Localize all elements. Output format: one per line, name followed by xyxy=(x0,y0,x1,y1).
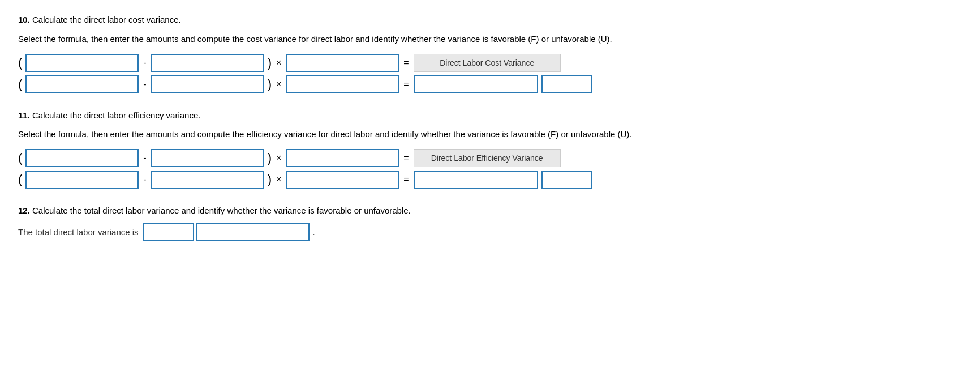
question-10-formula: ( - ) × = Direct Labor Cost Variance ( -… xyxy=(18,54,962,93)
question-11-number: 11. xyxy=(18,110,30,120)
close-paren-3: ) xyxy=(268,152,272,164)
question-11-formula-row1: ( - ) × = Direct Labor Efficiency Varian… xyxy=(18,149,962,167)
question-12-title: 12. Calculate the total direct labor var… xyxy=(18,204,962,218)
q10-val2[interactable] xyxy=(151,75,264,93)
q12-total-val[interactable] xyxy=(143,223,194,241)
times-1: × xyxy=(275,58,282,68)
minus-3: - xyxy=(142,153,147,163)
question-10-text: Calculate the direct labor cost variance… xyxy=(32,15,181,24)
question-12-text: Calculate the total direct labor varianc… xyxy=(32,206,411,215)
question-12-total-row: The total direct labor variance is . xyxy=(18,223,962,241)
q11-val2[interactable] xyxy=(151,171,264,189)
question-11-instructions: Select the formula, then enter the amoun… xyxy=(18,127,962,141)
question-10-formula-row1: ( - ) × = Direct Labor Cost Variance xyxy=(18,54,962,72)
close-paren-4: ) xyxy=(268,173,272,186)
q11-result-val[interactable] xyxy=(414,171,538,189)
question-10-number: 10. xyxy=(18,15,30,24)
close-paren-2: ) xyxy=(268,78,272,91)
equals-3: = xyxy=(402,153,410,163)
open-paren-3: ( xyxy=(18,152,22,164)
equals-1: = xyxy=(402,58,410,68)
question-10-formula-row2: ( - ) × = xyxy=(18,75,962,93)
q10-val3[interactable] xyxy=(286,75,399,93)
times-2: × xyxy=(275,79,282,90)
minus-4: - xyxy=(142,174,147,185)
equals-4: = xyxy=(402,174,410,185)
question-11-text: Calculate the direct labor efficiency va… xyxy=(32,110,200,120)
q11-result-label: Direct Labor Efficiency Variance xyxy=(414,149,561,167)
open-paren-1: ( xyxy=(18,57,22,69)
total-label: The total direct labor variance is xyxy=(18,227,139,237)
q10-result-label: Direct Labor Cost Variance xyxy=(414,54,561,72)
times-4: × xyxy=(275,174,282,185)
q12-total-desc[interactable] xyxy=(196,223,310,241)
question-10: 10. Calculate the direct labor cost vari… xyxy=(18,14,962,93)
open-paren-4: ( xyxy=(18,173,22,186)
q11-input2[interactable] xyxy=(151,149,264,167)
question-11: 11. Calculate the direct labor efficienc… xyxy=(18,109,962,189)
q10-input1[interactable] xyxy=(25,54,139,72)
q11-input1[interactable] xyxy=(25,149,139,167)
q10-result-val[interactable] xyxy=(414,75,538,93)
close-paren-1: ) xyxy=(268,57,272,69)
minus-2: - xyxy=(142,79,147,90)
question-12: 12. Calculate the total direct labor var… xyxy=(18,204,962,241)
question-10-instructions: Select the formula, then enter the amoun… xyxy=(18,32,962,46)
minus-1: - xyxy=(142,58,147,68)
question-11-title: 11. Calculate the direct labor efficienc… xyxy=(18,109,962,122)
q10-result-fav[interactable] xyxy=(541,75,592,93)
times-3: × xyxy=(275,153,282,163)
question-10-title: 10. Calculate the direct labor cost vari… xyxy=(18,14,962,27)
q10-input2[interactable] xyxy=(151,54,264,72)
q11-val3[interactable] xyxy=(286,171,399,189)
q11-val1[interactable] xyxy=(25,171,139,189)
q11-input3[interactable] xyxy=(286,149,399,167)
equals-2: = xyxy=(402,79,410,90)
question-11-formula: ( - ) × = Direct Labor Efficiency Varian… xyxy=(18,149,962,189)
q10-val1[interactable] xyxy=(25,75,139,93)
open-paren-2: ( xyxy=(18,78,22,91)
q11-result-fav[interactable] xyxy=(541,171,592,189)
q10-input3[interactable] xyxy=(286,54,399,72)
period: . xyxy=(313,227,315,237)
question-12-number: 12. xyxy=(18,206,30,215)
question-11-formula-row2: ( - ) × = xyxy=(18,171,962,189)
